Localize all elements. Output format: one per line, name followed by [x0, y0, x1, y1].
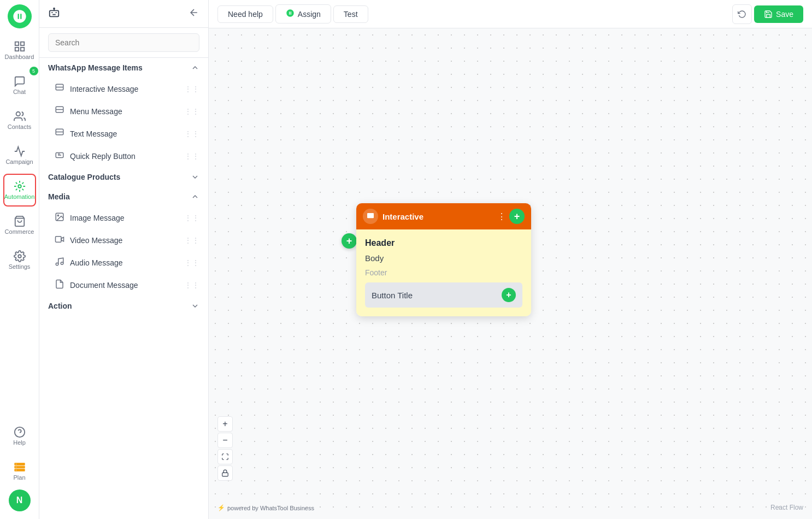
svg-rect-0 — [15, 42, 18, 45]
main-area: Need help Assign Test Save + — [209, 0, 812, 519]
card-button-row: Button Title + — [365, 282, 522, 308]
card-body: Header Body Footer Button Title + — [356, 229, 531, 316]
svg-point-23 — [56, 263, 58, 266]
zoom-in-button[interactable]: + — [217, 416, 233, 432]
menu-message-icon — [55, 105, 64, 117]
whatsapp-assign-icon — [286, 9, 295, 19]
svg-rect-10 — [50, 10, 59, 16]
svg-point-4 — [16, 112, 20, 116]
test-button[interactable]: Test — [333, 5, 368, 23]
svg-rect-1 — [20, 42, 23, 45]
svg-rect-2 — [20, 48, 23, 51]
nav-item-contacts[interactable]: Contacts — [3, 104, 36, 137]
save-button[interactable]: Save — [754, 5, 803, 23]
connector-plus-button[interactable]: + — [342, 233, 357, 249]
image-message-icon — [55, 212, 64, 223]
svg-rect-3 — [15, 48, 18, 51]
lock-button[interactable] — [217, 465, 233, 481]
drag-handle-interactive: ⋮⋮ — [184, 85, 199, 93]
card-menu-button[interactable]: ⋮ — [497, 211, 506, 222]
drag-handle-video: ⋮⋮ — [184, 236, 199, 245]
drag-handle-document: ⋮⋮ — [184, 281, 199, 290]
item-text-message[interactable]: Text Message ⋮⋮ — [39, 122, 208, 145]
nav-item-dashboard[interactable]: Dashboard — [3, 34, 36, 67]
item-video-message[interactable]: Video Message ⋮⋮ — [39, 229, 208, 251]
section-whatsapp-message-items[interactable]: WhatsApp Message Items — [39, 58, 208, 78]
item-document-message[interactable]: Document Message ⋮⋮ — [39, 274, 208, 296]
react-flow-label: React Flow — [770, 504, 803, 511]
svg-point-5 — [18, 185, 21, 188]
sidebar-collapse-icon[interactable] — [189, 7, 199, 20]
svg-point-20 — [57, 215, 58, 216]
svg-rect-27 — [222, 473, 228, 476]
card-footer-field: Footer — [365, 268, 522, 277]
search-box — [39, 28, 208, 58]
flow-canvas[interactable]: + Interactive ⋮ + Header — [209, 28, 812, 519]
card-header-controls: ⋮ + — [497, 209, 525, 224]
card-header-field: Header — [365, 238, 522, 248]
powered-by-label: ⚡ powered by WhatsTool Business — [217, 504, 314, 511]
document-message-icon — [55, 279, 64, 291]
nav-item-plan[interactable]: Plan — [3, 455, 36, 487]
nav-item-profile[interactable]: N — [9, 489, 31, 511]
interactive-message-icon — [55, 83, 64, 95]
zoom-out-button[interactable]: − — [217, 433, 233, 448]
nav-item-campaign[interactable]: Campaign — [3, 139, 36, 172]
app-logo[interactable] — [8, 4, 32, 28]
nav-item-commerce[interactable]: Commerce — [3, 209, 36, 241]
sidebar-header — [39, 0, 208, 28]
drag-handle-audio: ⋮⋮ — [184, 258, 199, 267]
text-message-icon — [55, 128, 64, 139]
item-interactive-message[interactable]: Interactive Message ⋮⋮ — [39, 78, 208, 100]
need-help-button[interactable]: Need help — [217, 5, 273, 23]
card-body-field: Body — [365, 253, 522, 263]
section-action[interactable]: Action — [39, 296, 208, 316]
video-message-icon — [55, 234, 64, 246]
interactive-flow-card: Interactive ⋮ + Header Body Footer B — [356, 203, 531, 316]
assign-button[interactable]: Assign — [275, 4, 331, 23]
sidebar-robot-icon — [48, 7, 60, 21]
item-image-message[interactable]: Image Message ⋮⋮ — [39, 207, 208, 229]
drag-handle-quick-reply: ⋮⋮ — [184, 152, 199, 161]
svg-marker-22 — [61, 237, 64, 241]
left-navigation: Dashboard 5 Chat Contacts Campaign Autom… — [0, 0, 39, 519]
nav-item-automation[interactable]: Automation — [3, 174, 36, 207]
refresh-button[interactable] — [732, 4, 752, 24]
powered-dot: ⚡ — [217, 504, 225, 511]
drag-handle-menu: ⋮⋮ — [184, 107, 199, 116]
nav-item-help[interactable]: Help — [3, 420, 36, 452]
nav-item-chat[interactable]: 5 Chat — [3, 69, 36, 102]
zoom-controls: + − — [217, 416, 233, 481]
svg-point-7 — [18, 255, 21, 258]
sidebar: WhatsApp Message Items Interactive Messa… — [39, 0, 209, 519]
svg-point-11 — [54, 8, 55, 9]
fit-screen-button[interactable] — [217, 449, 233, 464]
audio-message-icon — [55, 257, 64, 268]
card-type-icon — [363, 209, 378, 224]
section-catalogue-products[interactable]: Catalogue Products — [39, 167, 208, 187]
svg-rect-21 — [56, 237, 62, 243]
drag-handle-text: ⋮⋮ — [184, 129, 199, 138]
drag-handle-image: ⋮⋮ — [184, 214, 199, 222]
svg-point-24 — [61, 262, 63, 265]
top-bar: Need help Assign Test Save — [209, 0, 812, 28]
item-audio-message[interactable]: Audio Message ⋮⋮ — [39, 251, 208, 274]
add-button-item[interactable]: + — [502, 288, 516, 302]
section-media[interactable]: Media — [39, 187, 208, 207]
quick-reply-icon — [55, 150, 64, 162]
item-quick-reply-button[interactable]: Quick Reply Button ⋮⋮ — [39, 145, 208, 167]
search-input[interactable] — [48, 33, 199, 52]
nav-item-settings[interactable]: Settings — [3, 244, 36, 276]
card-add-button[interactable]: + — [509, 209, 525, 224]
chat-badge: 5 — [30, 67, 38, 75]
card-header: Interactive ⋮ + — [356, 203, 531, 229]
item-menu-message[interactable]: Menu Message ⋮⋮ — [39, 100, 208, 122]
